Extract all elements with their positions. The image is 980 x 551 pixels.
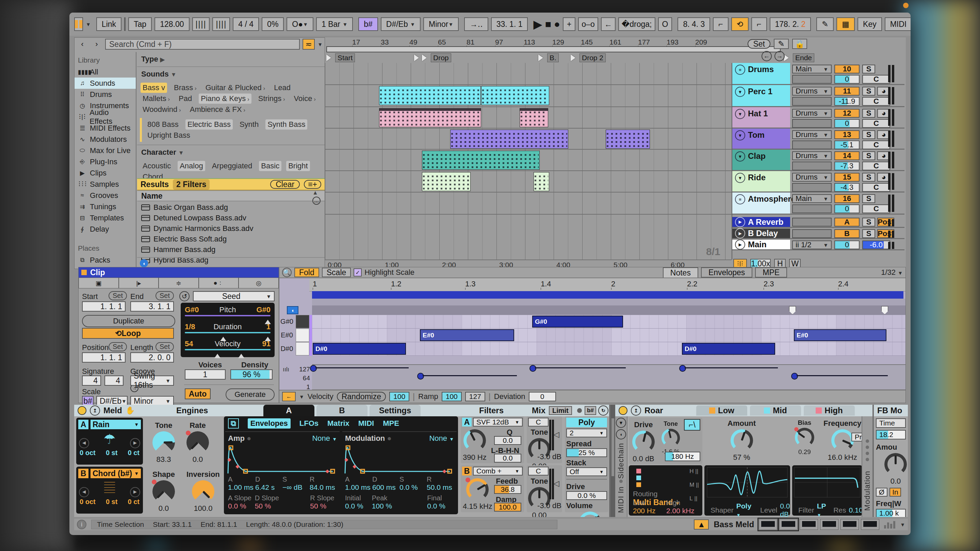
arrangement-clip[interactable] (422, 151, 540, 170)
position-set-button[interactable]: Set (108, 342, 127, 351)
midi-in-label[interactable]: MIDI In (617, 486, 625, 513)
lane-collapse-button[interactable]: ← (282, 392, 296, 401)
character-tag-acoustic[interactable]: Acoustic (140, 161, 173, 171)
signature-numerator[interactable]: 4 (82, 375, 101, 386)
midi-note-grid[interactable]: G#0E#0D#0G#0E#0E#0D#0D#0 (312, 315, 905, 356)
device-thumbnail[interactable] (840, 519, 859, 530)
sidebar-item-samples[interactable]: ᎒᎒᎒Samples (75, 179, 136, 190)
voices-field[interactable]: 1 (185, 369, 226, 380)
device-thumbnail[interactable] (759, 519, 777, 530)
arrangement-clip[interactable] (379, 86, 481, 105)
duplicate-button[interactable]: Duplicate (82, 315, 175, 327)
filters-count-chip[interactable]: 2 Filters (173, 179, 210, 190)
marker-pin-icon[interactable] (789, 306, 796, 314)
length-set-button[interactable]: Set (156, 342, 174, 351)
seed-row-velocity[interactable]: 54Velocity91 (185, 340, 270, 355)
loop-position-field[interactable]: 1. 1. 1 (82, 353, 126, 362)
shaper-menu[interactable]: Poly ▼ (737, 502, 751, 517)
sound-tag-piano-keys[interactable]: Piano & Keys › (199, 94, 251, 104)
engine-a-prev-icon[interactable]: ◀ (79, 438, 89, 448)
lane-menu-caret[interactable]: ▼ (299, 394, 304, 400)
subtab-lfos[interactable]: LFOs (299, 419, 318, 428)
sound-tag-voice[interactable]: Voice › (292, 94, 318, 104)
scale-aware-icon[interactable]: b# (585, 406, 596, 415)
sub-tag-synth-bass[interactable]: Synth Bass (266, 119, 307, 130)
sound-tag-strings[interactable]: Strings › (256, 94, 287, 104)
damp-field[interactable]: 100.0 (494, 503, 521, 511)
engine-a-letter[interactable]: A (78, 420, 89, 429)
sidebar-item-delay[interactable]: ∮Delay (75, 224, 136, 235)
cue-button[interactable]: C (862, 119, 890, 128)
key-root-menu[interactable]: D#/Eb ▼ (381, 17, 421, 31)
inversion-knob[interactable]: Inversion100.0 (186, 470, 220, 513)
engine-b-letter[interactable]: B (78, 469, 89, 478)
morph-field[interactable]: 0.0 (494, 454, 521, 462)
sound-tag-pad[interactable]: Pad (177, 94, 194, 104)
output-routing-menu[interactable]: Main▼ (792, 194, 832, 203)
res-field[interactable]: 0.10 (849, 506, 863, 514)
tab-focus-icon[interactable]: ◎ (239, 278, 279, 288)
stack-menu[interactable]: Off▼ (566, 467, 607, 476)
volume-field[interactable]: -4.3 (834, 183, 859, 192)
knob-knob[interactable]: 4.15 kHz (463, 477, 492, 511)
solo-button[interactable]: S (862, 87, 875, 95)
character-filter-header[interactable]: Character ▼ (137, 144, 325, 159)
locator-B.[interactable]: B. (538, 53, 559, 62)
sidebar-item-clips[interactable]: ▶Clips (75, 167, 136, 179)
velocity-marker[interactable] (417, 373, 424, 380)
punch-out-switch[interactable]: ⌐ (751, 17, 767, 31)
filter-a-type-menu[interactable]: SVF 12dB▼ (473, 418, 523, 427)
loop-button[interactable]: ⟲ Loop (82, 328, 174, 339)
back-to-arrangement-button[interactable]: ← (601, 17, 616, 31)
fold-icon[interactable]: ▼ (735, 151, 745, 162)
meld-tab-settings[interactable]: Settings (369, 405, 421, 416)
punch-in-switch[interactable]: ⌐ (713, 17, 728, 31)
track-number[interactable]: 13 (834, 130, 859, 139)
locator-Drop[interactable]: Drop (422, 53, 451, 62)
track-lane[interactable] (325, 63, 732, 85)
level-field[interactable]: 0.0 dB (780, 502, 790, 517)
midi-loop-bar[interactable] (312, 291, 904, 299)
sub-tag-synth[interactable]: Synth (237, 119, 261, 130)
tone-knob[interactable]: Tone0.00 (528, 477, 550, 517)
fb-time-menu[interactable]: Time (876, 418, 906, 428)
type-filter-header[interactable]: Type ▶ (137, 52, 325, 67)
character-tag-bright[interactable]: Bright (286, 161, 310, 171)
solo-button[interactable]: S (862, 194, 875, 203)
midi-scrub-lane[interactable] (312, 299, 905, 306)
group-icon[interactable]: ≡ (735, 194, 745, 205)
sidebar-item-grooves[interactable]: ≈Grooves (75, 190, 136, 201)
punch-out-field[interactable]: 178. 2. 2 (770, 17, 811, 31)
track-number[interactable]: 15 (834, 173, 859, 182)
subtab-midi[interactable]: MIDI (358, 419, 374, 428)
output-routing-menu[interactable]: Main▼ (792, 65, 832, 73)
logo-caret-icon[interactable]: ▼ (86, 21, 91, 27)
preview-headphones-icon[interactable]: ◖ (140, 259, 148, 267)
arrangement-loop-brace[interactable] (326, 46, 781, 52)
file-row[interactable]: Detuned Lowpass Bass.adv (137, 213, 325, 223)
solo-button[interactable]: S (862, 173, 875, 182)
tap-tempo-button[interactable]: Tap (128, 17, 152, 31)
amp-envelope-mode-menu[interactable]: None ▼ (312, 434, 337, 443)
low-split-field[interactable]: 200 Hz (633, 507, 656, 515)
density-field[interactable]: 96 % (231, 369, 272, 380)
output-routing-menu[interactable]: Drums▼ (792, 109, 832, 118)
sidebar-item-plug-ins[interactable]: ⎆Plug-Ins (75, 156, 136, 167)
sidebar-item-all[interactable]: ▮▮▮▮All (75, 66, 136, 78)
tone-knob[interactable]: Tone-1.6 % (662, 421, 680, 456)
loop-switch[interactable]: ⟲ (731, 17, 749, 31)
arrangement-clip[interactable] (379, 108, 481, 127)
meld-title-bar[interactable]: ↥ Meld ✋ Engines A B Settings Filters Mi… (74, 405, 609, 416)
voice-count-menu[interactable]: 2▼ (566, 429, 607, 437)
sidebar-item-packs[interactable]: ⧉Packs (75, 254, 136, 266)
key-cell[interactable] (296, 329, 309, 342)
mod-envelope-adsr[interactable]: A1.00 msD600 msS0.0 %R50.0 ms (342, 475, 457, 492)
set-locator-button[interactable]: Set (748, 39, 770, 49)
sidebar-item-sounds[interactable]: ♫Sounds (75, 78, 136, 89)
track-name[interactable]: ▼Perc 1 (732, 85, 790, 106)
fold-icon[interactable]: ▼ (735, 130, 745, 140)
solo-button[interactable]: S (862, 218, 875, 227)
midi-note[interactable]: G#0 (532, 316, 623, 327)
ramp-start-field[interactable]: 100 (442, 392, 462, 401)
character-tag-analog[interactable]: Analog (178, 161, 205, 171)
